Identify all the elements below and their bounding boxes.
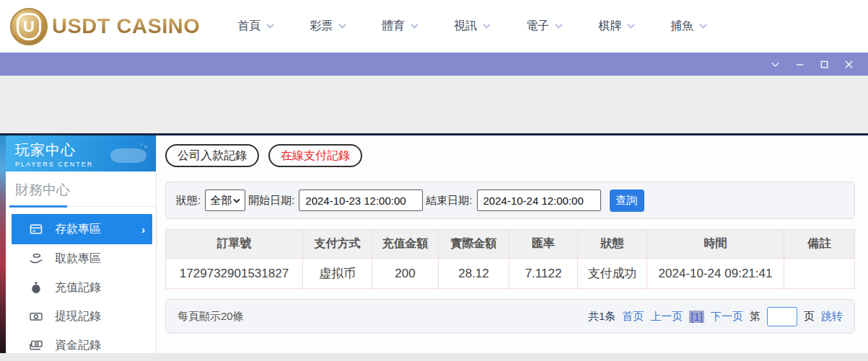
cell-status: 支付成功	[578, 259, 647, 289]
end-date-label: 結束日期:	[426, 194, 472, 208]
nav-item-fishing[interactable]: 捕魚	[670, 19, 708, 34]
chevron-down-icon	[698, 23, 708, 30]
nav-label: 電子	[526, 19, 549, 34]
cell-actual-amount: 28.12	[439, 259, 509, 289]
table-header-row: 訂單號 支付方式 充值金額 實際金額 匯率 狀態 時間 備註	[166, 230, 855, 259]
minimize-icon	[794, 59, 805, 70]
nav-item-home[interactable]: 首頁	[237, 19, 275, 34]
logo-u-symbol: U	[17, 13, 41, 40]
cell-time: 2024-10-24 09:21:41	[647, 259, 784, 289]
col-recharge-amount: 充值金額	[372, 230, 439, 259]
sidebar-item-label: 充值記錄	[55, 280, 101, 295]
sidebar-item-funds-records[interactable]: 資金記錄	[12, 331, 152, 360]
chevron-right-icon: ›	[141, 223, 145, 236]
col-order-number: 訂單號	[166, 230, 303, 259]
window-close-button[interactable]	[836, 53, 861, 76]
player-center-sidebar: 玩家中心 PLAYERS CENTER 財務中心 存款專區 ›	[6, 135, 157, 353]
logo[interactable]: U USDT CASINO	[10, 8, 200, 45]
sidebar-item-recharge-records[interactable]: 充值記錄	[12, 273, 152, 302]
chevron-down-icon	[770, 59, 781, 70]
site-header: U USDT CASINO 首頁 彩票 體育 視訊 電子	[0, 0, 868, 53]
cell-recharge-amount: 200	[372, 259, 439, 289]
tab-online-payment-records[interactable]: 在線支付記錄	[268, 144, 362, 167]
jump-prefix-label: 第	[750, 310, 760, 324]
col-status: 狀態	[578, 230, 647, 259]
payment-records-table: 訂單號 支付方式 充值金額 實際金額 匯率 狀態 時間 備註 172973290…	[165, 229, 855, 289]
records-content: 公司入款記錄 在線支付記錄 狀態: 全部 開始日期: 結束日期: 查詢	[157, 135, 868, 353]
close-icon	[843, 59, 854, 70]
record-tabs: 公司入款記錄 在線支付記錄	[165, 144, 855, 167]
gamepad-icon	[110, 141, 150, 169]
money-bag-icon	[29, 280, 43, 295]
nav-item-live-video[interactable]: 視訊	[454, 19, 491, 34]
nav-label: 體育	[382, 19, 405, 34]
prev-page-link[interactable]: 上一页	[650, 310, 683, 324]
total-count-text: 共1条	[588, 310, 615, 324]
jump-button[interactable]: 跳转	[821, 310, 843, 324]
chevron-down-icon	[482, 23, 491, 30]
search-button[interactable]: 查詢	[610, 190, 644, 212]
start-date-input[interactable]	[299, 190, 423, 211]
status-selected-value: 全部	[210, 194, 232, 208]
content-gap	[0, 76, 868, 133]
main-region: 玩家中心 PLAYERS CENTER 財務中心 存款專區 ›	[0, 135, 868, 353]
sidebar-item-label: 存款專區	[55, 222, 101, 237]
end-date-input[interactable]	[477, 190, 601, 211]
deposit-card-icon	[29, 222, 43, 236]
status-select[interactable]: 全部	[205, 190, 245, 211]
col-time: 時間	[647, 230, 784, 259]
nav-item-board-games[interactable]: 棋牌	[598, 19, 636, 34]
cell-exchange-rate: 7.1122	[509, 259, 578, 289]
col-payment-method: 支付方式	[303, 230, 372, 259]
table-row: 1729732901531827 虚拟币 200 28.12 7.1122 支付…	[166, 259, 855, 289]
col-exchange-rate: 匯率	[509, 230, 578, 259]
sidebar-item-label: 資金記錄	[55, 338, 101, 353]
jump-suffix-label: 页	[804, 310, 815, 324]
current-page-indicator: [1]	[689, 311, 704, 323]
chevron-down-icon	[554, 23, 564, 30]
main-nav: 首頁 彩票 體育 視訊 電子 棋牌	[237, 19, 708, 34]
cell-remarks	[784, 259, 855, 289]
app-root: U USDT CASINO 首頁 彩票 體育 視訊 電子	[0, 0, 868, 361]
next-page-link[interactable]: 下一页	[711, 310, 743, 324]
chevron-down-icon	[266, 23, 275, 30]
banknote-icon	[29, 309, 43, 324]
banknote-stack-icon	[29, 338, 43, 352]
pagination-bar: 每頁顯示20條 共1条 首页 上一页 [1] 下一页 第 页 跳转	[165, 299, 855, 334]
pagination-controls: 共1条 首页 上一页 [1] 下一页 第 页 跳转	[588, 307, 843, 326]
page-jump-input[interactable]	[767, 307, 797, 326]
background-image-strip	[0, 135, 6, 353]
first-page-link[interactable]: 首页	[622, 310, 644, 324]
nav-item-slots[interactable]: 電子	[526, 19, 564, 34]
chevron-down-icon	[233, 198, 240, 203]
sidebar-item-withdrawal-records[interactable]: 提現記錄	[12, 302, 152, 331]
tab-company-deposit-records[interactable]: 公司入款記錄	[165, 144, 259, 167]
nav-item-sports[interactable]: 體育	[382, 19, 419, 34]
usdt-coin-icon: U	[10, 8, 48, 45]
window-collapse-button[interactable]	[763, 53, 787, 76]
nav-item-lottery[interactable]: 彩票	[310, 19, 347, 34]
sidebar-item-label: 提現記錄	[55, 309, 101, 324]
window-maximize-button[interactable]	[812, 53, 836, 76]
sidebar-item-deposit[interactable]: 存款專區 ›	[12, 214, 152, 244]
withdraw-hand-icon	[29, 251, 43, 266]
nav-label: 捕魚	[670, 19, 693, 34]
window-minimize-button[interactable]	[787, 53, 812, 76]
nav-label: 視訊	[454, 19, 477, 34]
sidebar-menu: 存款專區 › 取款專區 充值記錄	[6, 207, 156, 360]
window-titlebar	[0, 53, 868, 76]
sidebar-item-withdraw[interactable]: 取款專區	[12, 244, 152, 273]
filter-bar: 狀態: 全部 開始日期: 結束日期: 查詢	[165, 182, 855, 219]
nav-label: 彩票	[310, 19, 333, 34]
finance-center-section[interactable]: 財務中心	[6, 171, 156, 207]
sidebar-header: 玩家中心 PLAYERS CENTER	[6, 135, 156, 171]
cell-payment-method: 虚拟币	[303, 259, 372, 289]
nav-label: 棋牌	[598, 19, 621, 34]
col-actual-amount: 實際金額	[439, 230, 509, 259]
sidebar-item-label: 取款專區	[55, 251, 101, 267]
status-label: 狀態:	[176, 194, 201, 208]
chevron-down-icon	[626, 23, 636, 30]
page-size-text: 每頁顯示20條	[177, 310, 244, 324]
col-remarks: 備註	[784, 230, 855, 259]
maximize-icon	[819, 59, 830, 70]
